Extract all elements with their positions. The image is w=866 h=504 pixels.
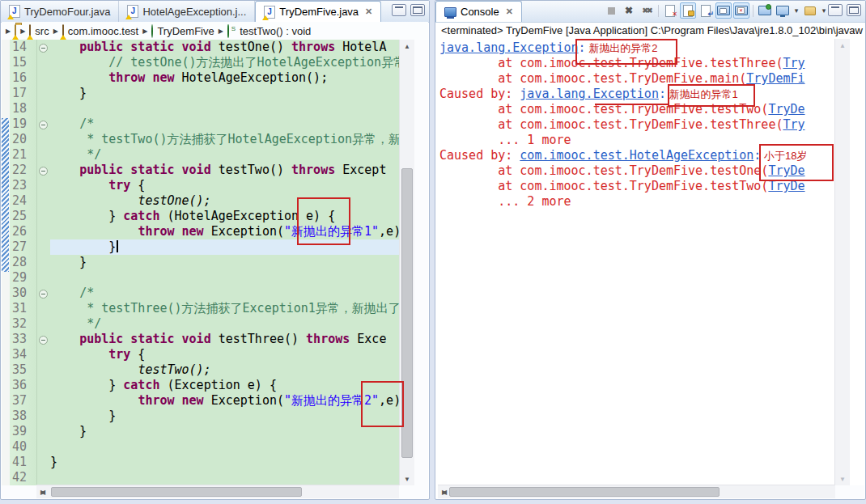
maximize-button[interactable]	[410, 4, 425, 16]
code-line[interactable]: public static void testOne() throws Hote…	[50, 40, 399, 55]
fold-collapse-icon[interactable]	[39, 121, 48, 129]
chevron-right-icon[interactable]: ▶	[142, 28, 147, 35]
close-icon[interactable]: ✕	[506, 6, 513, 17]
console-horizontal-scrollbar[interactable]: ◀ ▶	[438, 485, 835, 498]
scroll-right-arrow[interactable]: ▶	[438, 485, 451, 498]
console-line[interactable]: ... 2 more	[439, 194, 849, 210]
code-line[interactable]: throw new Exception("新抛出的异常2",e);	[50, 393, 399, 409]
scrollbar-thumb[interactable]	[449, 487, 720, 497]
tab-console[interactable]: Console ✕	[435, 1, 522, 22]
code-line[interactable]: * testTwo()方法捕获了HotelAgeException异常，新抛出	[50, 132, 399, 147]
code-line[interactable]: } catch (Exception e) {	[50, 378, 399, 393]
console-line[interactable]: at com.imooc.test.TryDemFive.testThree(T…	[439, 117, 849, 133]
tab-trydemfive[interactable]: TryDemFive.java ✕	[255, 1, 381, 22]
code-line[interactable]: */	[50, 147, 399, 163]
word-wrap-button[interactable]	[698, 2, 714, 19]
chevron-right-icon[interactable]: ▶	[219, 28, 223, 35]
scroll-up-arrow[interactable]: ▲	[835, 39, 850, 52]
display-selected-console-dropdown[interactable]	[792, 2, 800, 19]
remove-launch-button[interactable]	[621, 2, 637, 19]
fold-collapse-icon[interactable]	[39, 44, 48, 53]
show-console-stderr-button[interactable]	[733, 2, 749, 19]
project-icon[interactable]	[15, 25, 16, 37]
toolbar-separator	[751, 2, 755, 19]
open-console-button[interactable]	[802, 2, 818, 19]
scroll-up-arrow[interactable]: ▲	[400, 40, 414, 53]
code-token	[50, 70, 108, 85]
breadcrumb-src[interactable]: src	[35, 25, 49, 37]
code-line[interactable]: /*	[50, 286, 399, 301]
scroll-down-arrow[interactable]: ▼	[835, 472, 850, 485]
code-line[interactable]	[50, 470, 399, 485]
code-line[interactable]: try {	[50, 347, 399, 362]
chevron-right-icon[interactable]: ▶	[6, 28, 11, 35]
tab-trydemofour[interactable]: TryDemoFour.java	[1, 1, 119, 22]
code-line[interactable]: */	[50, 316, 399, 332]
tab-hotelageexception[interactable]: HotelAgeException.j...	[119, 1, 255, 22]
class-icon[interactable]	[151, 25, 153, 37]
breadcrumb-package[interactable]: com.imooc.test	[68, 25, 138, 37]
line-number: 34	[10, 347, 36, 362]
code-line[interactable]: public static void testTwo() throws Exce…	[50, 163, 399, 178]
editor-horizontal-scrollbar[interactable]: ◀ ▶	[36, 485, 399, 498]
code-token	[123, 332, 130, 346]
remove-all-terminated-button[interactable]	[639, 2, 655, 19]
code-token: Exception(	[204, 393, 284, 408]
source-folder-icon[interactable]	[29, 25, 31, 37]
maximize-button[interactable]	[847, 4, 861, 16]
code-line[interactable]: /*	[50, 116, 399, 132]
fold-collapse-icon[interactable]	[39, 167, 48, 176]
line-number-ruler[interactable]: 1415161718192021222324252627282930313233…	[10, 40, 37, 485]
minimize-button[interactable]	[392, 4, 406, 16]
console-line[interactable]: at com.imooc.test.TryDemFive.main(TryDem…	[439, 71, 849, 87]
line-number: 35	[10, 362, 36, 378]
code-token: /*	[79, 116, 94, 131]
code-line[interactable]: }	[50, 409, 399, 424]
code-line[interactable]: testTwo();	[50, 362, 399, 378]
code-line[interactable]: public static void testThree() throws Ex…	[50, 332, 399, 347]
scrollbar-corner	[2, 485, 36, 498]
code-line[interactable]: throw new HotelAgeException();	[50, 70, 399, 86]
show-console-stdout-button[interactable]	[715, 2, 732, 19]
chevron-right-icon[interactable]: ▶	[53, 28, 58, 35]
code-line[interactable]: }	[50, 255, 399, 270]
close-icon[interactable]: ✕	[365, 6, 372, 17]
console-output[interactable]: java.lang.Exception: 新抛出的异常2 at com.imoo…	[436, 39, 864, 498]
scrollbar-thumb[interactable]	[51, 487, 302, 497]
code-line[interactable]: try {	[50, 178, 399, 193]
open-console-dropdown[interactable]	[820, 2, 828, 19]
overview-ruler[interactable]	[414, 40, 428, 485]
code-line[interactable]: }	[50, 424, 399, 439]
code-area[interactable]: public static void testOne() throws Hote…	[50, 40, 399, 485]
fold-collapse-icon[interactable]	[39, 290, 48, 299]
pin-console-button[interactable]	[757, 2, 773, 19]
code-editor[interactable]: 1415161718192021222324252627282930313233…	[2, 40, 428, 498]
breadcrumb-method[interactable]: testTwo() : void	[240, 25, 311, 37]
code-line[interactable]: }	[50, 86, 399, 101]
code-line[interactable]: * testThree()方法捕获了Exception1异常，新抛出了一个E	[50, 301, 399, 316]
folding-column	[39, 40, 49, 485]
code-line[interactable]	[50, 270, 399, 286]
minimize-button[interactable]	[828, 4, 843, 16]
fold-collapse-icon[interactable]	[39, 336, 48, 345]
chevron-right-icon[interactable]: ▶	[20, 28, 25, 35]
console-line[interactable]: Caused by: java.lang.Exception: 新抛出的异常1	[439, 87, 849, 102]
code-line[interactable]: }	[50, 455, 399, 470]
code-token: at com.imooc.test.TryDemFive.testOne(	[439, 163, 768, 178]
line-number: 26	[10, 224, 36, 239]
package-icon[interactable]	[62, 25, 64, 37]
console-vertical-scrollbar[interactable]: ▲ ▼	[834, 39, 850, 485]
display-selected-console-button[interactable]	[775, 2, 791, 19]
breadcrumb-class[interactable]: TryDemFive	[157, 25, 214, 37]
code-line[interactable]	[50, 439, 399, 455]
code-line[interactable]: // testOne()方法抛出了HotelAgeException异常	[50, 55, 399, 70]
console-text[interactable]: java.lang.Exception: 新抛出的异常2 at com.imoo…	[439, 40, 849, 485]
code-token: Exception(	[204, 224, 284, 239]
method-icon[interactable]	[227, 25, 229, 37]
scroll-down-arrow[interactable]: ▼	[400, 472, 414, 485]
clear-console-button[interactable]	[662, 2, 678, 19]
scroll-right-arrow[interactable]: ▶	[36, 485, 49, 498]
code-line[interactable]	[50, 101, 399, 116]
terminate-button[interactable]	[603, 2, 619, 19]
scroll-lock-button[interactable]	[680, 2, 696, 19]
